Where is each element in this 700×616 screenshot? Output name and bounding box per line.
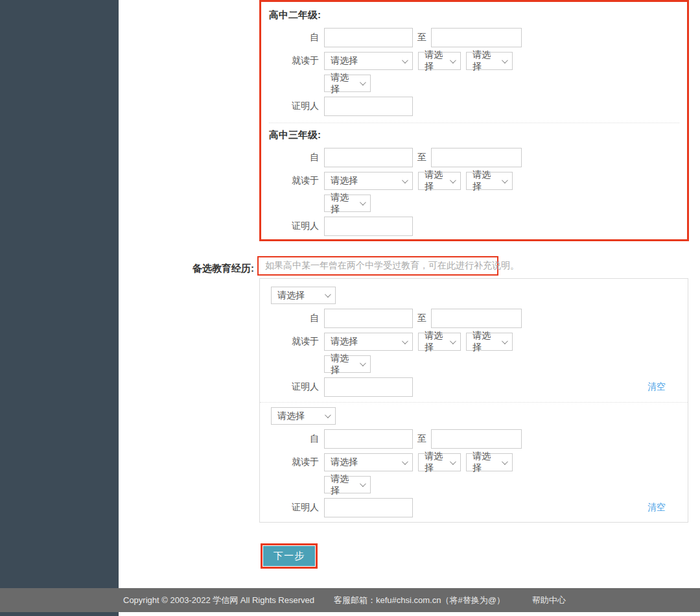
county-select[interactable]: 请选择 — [466, 453, 513, 471]
next-button-highlight-box: 下一步 — [261, 543, 318, 569]
select-value: 请选择 — [425, 169, 446, 193]
select-value: 请选择 — [425, 49, 446, 73]
date-range-row: 自 至 — [269, 429, 679, 449]
footer-help-center-link[interactable]: 帮助中心 — [532, 595, 566, 606]
to-label: 至 — [417, 152, 426, 163]
select-value: 请选择 — [472, 451, 498, 474]
city-select[interactable]: 请选择 — [418, 333, 461, 351]
from-date-input[interactable] — [324, 429, 413, 449]
select-value: 请选择 — [331, 473, 356, 497]
alt-education-panel: 请选择 自 至 就读于 请选择 请选择 — [259, 278, 688, 523]
chevron-down-icon — [450, 458, 456, 465]
witness-label: 证明人 — [269, 381, 319, 393]
to-date-input[interactable] — [431, 28, 522, 47]
chevron-down-icon — [502, 338, 508, 344]
school-select-row: 请选择 — [269, 75, 679, 92]
select-value: 请选择 — [472, 49, 498, 73]
to-date-input[interactable] — [431, 429, 522, 449]
school-select-row: 请选择 — [269, 195, 679, 212]
witness-label: 证明人 — [269, 101, 319, 112]
from-date-input[interactable] — [324, 309, 413, 328]
select-value: 请选择 — [472, 330, 498, 353]
to-label: 至 — [417, 433, 426, 445]
clear-link[interactable]: 清空 — [648, 502, 666, 514]
chevron-down-icon — [360, 480, 366, 487]
next-step-button[interactable]: 下一步 — [263, 546, 315, 566]
to-label: 至 — [417, 32, 426, 43]
study-at-row: 就读于 请选择 请选择 请选择 — [269, 172, 679, 190]
county-select[interactable]: 请选择 — [466, 333, 513, 351]
alt-education-label: 备选教育经历: — [130, 261, 254, 276]
divider — [260, 402, 688, 403]
footer-service-email: 客服邮箱：kefu#chsi.com.cn（将#替换为@） — [334, 595, 505, 606]
study-at-row: 就读于 请选择 请选择 请选择 — [269, 333, 679, 351]
from-label: 自 — [269, 32, 319, 43]
city-select[interactable]: 请选择 — [418, 172, 461, 190]
date-range-row: 自 至 — [269, 28, 679, 47]
date-range-row: 自 至 — [269, 148, 679, 167]
witness-input[interactable] — [324, 498, 413, 517]
grade-year-select[interactable]: 请选择 — [271, 287, 336, 304]
from-date-input[interactable] — [324, 28, 413, 47]
study-at-label: 就读于 — [269, 55, 319, 67]
from-label: 自 — [269, 313, 319, 324]
witness-input[interactable] — [324, 377, 413, 397]
clear-link[interactable]: 清空 — [648, 381, 666, 393]
to-date-input[interactable] — [431, 309, 522, 328]
chevron-down-icon — [360, 199, 366, 206]
alt-education-hint-text: 如果高中某一年曾在两个中学受过教育，可在此进行补充说明。 — [265, 260, 519, 272]
to-label: 至 — [417, 313, 426, 324]
chevron-down-icon — [450, 338, 456, 344]
chevron-down-icon — [402, 177, 408, 184]
province-select[interactable]: 请选择 — [324, 172, 413, 190]
select-value: 请选择 — [331, 192, 356, 215]
witness-label: 证明人 — [269, 502, 319, 514]
from-date-input[interactable] — [324, 148, 413, 167]
chevron-down-icon — [325, 291, 331, 298]
witness-input[interactable] — [324, 217, 413, 236]
study-at-row: 就读于 请选择 请选择 请选择 — [269, 52, 679, 70]
city-select[interactable]: 请选择 — [418, 52, 461, 70]
grade-3-block: 高中三年级: 自 至 就读于 请选择 请选择 请选择 — [269, 128, 679, 236]
chevron-down-icon — [502, 57, 508, 64]
grade-history-panel: 高中二年级: 自 至 就读于 请选择 请选择 请选择 — [259, 0, 689, 241]
city-select[interactable]: 请选择 — [418, 453, 461, 471]
school-select-row: 请选择 — [269, 476, 679, 493]
chevron-down-icon — [502, 458, 508, 465]
province-select[interactable]: 请选择 — [324, 52, 413, 70]
select-value: 请选择 — [331, 55, 358, 67]
alt-block-1: 请选择 自 至 就读于 请选择 请选择 — [269, 287, 679, 397]
chevron-down-icon — [502, 177, 508, 184]
footer: Copyright © 2003-2022 学信网 All Rights Res… — [0, 588, 700, 612]
county-select[interactable]: 请选择 — [466, 172, 513, 190]
witness-row: 证明人 清空 — [269, 498, 679, 517]
school-select[interactable]: 请选择 — [324, 476, 371, 493]
date-range-row: 自 至 — [269, 309, 679, 328]
select-value: 请选择 — [331, 353, 356, 376]
grade-year-select[interactable]: 请选择 — [271, 407, 336, 425]
divider — [269, 123, 679, 123]
select-value: 请选择 — [425, 451, 446, 474]
from-label: 自 — [269, 433, 319, 445]
alt-block-2: 请选择 自 至 就读于 请选择 请选择 — [269, 407, 679, 517]
study-at-label: 就读于 — [269, 175, 319, 187]
select-value: 请选择 — [277, 290, 305, 302]
county-select[interactable]: 请选择 — [466, 52, 513, 70]
school-select-row: 请选择 — [269, 355, 679, 373]
from-label: 自 — [269, 152, 319, 163]
school-select[interactable]: 请选择 — [324, 195, 371, 212]
school-select[interactable]: 请选择 — [324, 355, 371, 373]
select-value: 请选择 — [331, 456, 358, 468]
to-date-input[interactable] — [431, 148, 522, 167]
witness-row: 证明人 — [269, 217, 679, 236]
school-select[interactable]: 请选择 — [324, 75, 371, 92]
chevron-down-icon — [402, 57, 408, 64]
alt-education-hint-box: 如果高中某一年曾在两个中学受过教育，可在此进行补充说明。 — [257, 256, 498, 276]
study-at-label: 就读于 — [269, 336, 319, 348]
grade-year-row: 请选择 — [271, 407, 679, 425]
select-value: 请选择 — [277, 410, 305, 422]
select-value: 请选择 — [331, 72, 356, 95]
province-select[interactable]: 请选择 — [324, 333, 413, 351]
witness-input[interactable] — [324, 97, 413, 116]
province-select[interactable]: 请选择 — [324, 453, 413, 471]
